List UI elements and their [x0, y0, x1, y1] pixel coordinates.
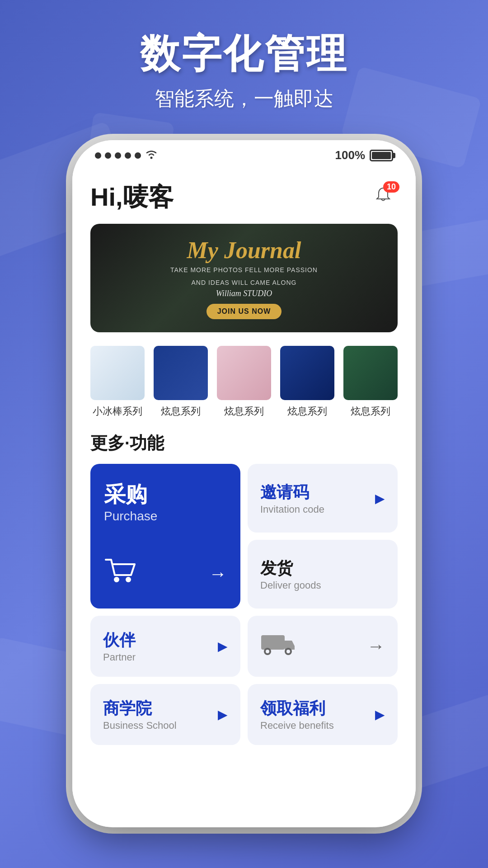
truck-arrow-icon: → — [367, 636, 385, 656]
banner-line1: TAKE MORE PHOTOS FELL MORE PASSION — [170, 266, 318, 274]
business-sub-label: Business School — [103, 720, 177, 731]
phone-content: Hi,唛客 10 My Journal TAKE MORE PHOTOS FEL… — [72, 167, 416, 827]
functions-grid: 采购 Purchase → — [90, 464, 398, 745]
invitation-text: 邀请码 Invitation code — [260, 481, 324, 515]
benefits-main-label: 领取福利 — [260, 698, 334, 720]
notification-badge: 10 — [383, 181, 399, 193]
signal-dot-3 — [115, 152, 121, 159]
battery-fill — [372, 152, 391, 159]
invitation-sub-label: Invitation code — [260, 504, 324, 515]
purchase-bottom: → — [104, 555, 227, 592]
series-img-3 — [217, 346, 271, 400]
banner-title: My Journal — [187, 237, 301, 264]
svg-point-7 — [286, 650, 290, 653]
svg-point-1 — [114, 577, 119, 582]
banner-overlay: My Journal TAKE MORE PHOTOS FELL MORE PA… — [90, 224, 398, 332]
cart-icon — [104, 555, 136, 592]
phone-screen: 100% Hi,唛客 10 — [72, 140, 416, 827]
battery-area: 100% — [335, 148, 394, 162]
series-item-4[interactable]: 炫息系列 — [280, 346, 334, 418]
banner[interactable]: My Journal TAKE MORE PHOTOS FELL MORE PA… — [90, 224, 398, 332]
business-text: 商学院 Business School — [103, 698, 177, 731]
series-img-1 — [90, 346, 145, 400]
svg-point-6 — [266, 650, 269, 653]
series-item-5[interactable]: 炫息系列 — [343, 346, 398, 418]
series-label-4: 炫息系列 — [287, 405, 327, 418]
svg-point-2 — [126, 577, 131, 582]
deliver-text: 发货 Deliver goods — [260, 557, 321, 591]
svg-rect-3 — [261, 635, 285, 650]
series-item-3[interactable]: 炫息系列 — [217, 346, 271, 418]
partner-button[interactable]: 伙伴 Partner ▶ — [90, 616, 240, 677]
series-label-2: 炫息系列 — [161, 405, 201, 418]
app-greeting: Hi,唛客 — [90, 180, 174, 215]
hero-subtitle: 智能系统，一触即达 — [0, 85, 488, 112]
business-school-button[interactable]: 商学院 Business School ▶ — [90, 684, 240, 745]
signal-dot-5 — [135, 152, 141, 159]
series-img-5 — [343, 346, 398, 400]
purchase-button[interactable]: 采购 Purchase → — [90, 464, 240, 609]
purchase-arrow-icon: → — [209, 564, 227, 584]
series-item-2[interactable]: 炫息系列 — [154, 346, 208, 418]
purchase-text: 采购 Purchase — [104, 480, 227, 524]
signal-area — [95, 149, 158, 162]
invitation-arrow-icon: ▶ — [375, 491, 385, 506]
series-img-4 — [280, 346, 334, 400]
deliver-main-label: 发货 — [260, 557, 321, 580]
series-label-3: 炫息系列 — [224, 405, 264, 418]
series-label-5: 炫息系列 — [351, 405, 390, 418]
signal-dot-4 — [125, 152, 131, 159]
signal-dot-2 — [105, 152, 111, 159]
series-item-1[interactable]: 小冰棒系列 — [90, 346, 145, 418]
partner-main-label: 伙伴 — [103, 629, 136, 651]
svg-point-0 — [150, 156, 153, 159]
partner-text: 伙伴 Partner — [103, 629, 136, 663]
invitation-main-label: 邀请码 — [260, 481, 324, 504]
receive-benefits-button[interactable]: 领取福利 Receive benefits ▶ — [248, 684, 398, 745]
business-main-label: 商学院 — [103, 698, 177, 720]
invitation-code-button[interactable]: 邀请码 Invitation code ▶ — [248, 464, 398, 533]
app-header: Hi,唛客 10 — [90, 167, 398, 224]
benefits-text: 领取福利 Receive benefits — [260, 698, 334, 731]
purchase-sub-label: Purchase — [104, 509, 227, 524]
notification-button[interactable]: 10 — [369, 183, 398, 212]
series-img-2 — [154, 346, 208, 400]
battery-icon — [370, 150, 393, 161]
business-arrow-icon: ▶ — [218, 707, 228, 722]
battery-tip — [393, 153, 395, 158]
wifi-icon — [145, 149, 158, 162]
hero-section: 数字化管理 智能系统，一触即达 — [0, 27, 488, 112]
series-label-1: 小冰棒系列 — [93, 405, 142, 418]
more-functions-title: 更多·功能 — [90, 432, 398, 455]
phone-mockup: 100% Hi,唛客 10 — [72, 140, 416, 827]
battery-percent: 100% — [335, 148, 366, 162]
signal-dot-1 — [95, 152, 101, 159]
partner-sub-label: Partner — [103, 651, 136, 663]
deliver-goods-button[interactable]: 发货 Deliver goods — [248, 540, 398, 609]
truck-cell: → — [248, 616, 398, 677]
partner-arrow-icon: ▶ — [218, 639, 228, 654]
phone-notch — [181, 140, 307, 162]
deliver-sub-label: Deliver goods — [260, 580, 321, 591]
banner-cta-button[interactable]: JOIN US NOW — [206, 304, 282, 319]
benefits-sub-label: Receive benefits — [260, 720, 334, 731]
series-row: 小冰棒系列 炫息系列 炫息系列 炫息系列 炫息系列 — [90, 346, 398, 418]
banner-line2: AND IDEAS WILL CAME ALONG — [192, 279, 297, 286]
hero-title: 数字化管理 — [0, 27, 488, 81]
banner-studio: William STUDIO — [216, 289, 272, 298]
truck-icon — [260, 631, 296, 662]
purchase-main-label: 采购 — [104, 480, 227, 509]
benefits-arrow-icon: ▶ — [375, 707, 385, 722]
